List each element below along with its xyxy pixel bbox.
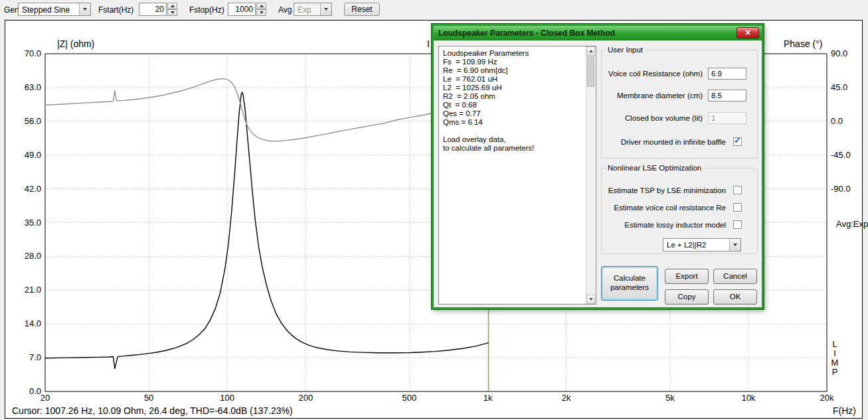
list-item: L2 = 1025.69 uH <box>443 84 582 92</box>
list-item: Re = 6.90 ohm[dc] <box>443 66 582 75</box>
limp-application-window: Gen Stepped Sine Fstart(Hz) Fstop(Hz) Av… <box>0 0 868 420</box>
estimate-re-label: Estimate voice coil resistance Re <box>602 201 726 214</box>
scroll-up-button[interactable] <box>586 46 595 56</box>
membrane-diameter-input[interactable] <box>708 90 746 102</box>
voice-coil-resistance-label: Voice coil Resistance (ohm) <box>602 67 703 80</box>
close-icon: ✕ <box>744 29 750 37</box>
y-left-tick-label: 63.0 <box>9 82 41 92</box>
spin-up-icon <box>260 5 264 7</box>
form-row: Voice coil Resistance (ohm) <box>602 67 757 80</box>
y-left-tick-label: 70.0 <box>9 48 41 58</box>
results-listbox[interactable]: Loudspeaker ParametersFs = 109.99 HzRe =… <box>438 46 596 305</box>
results-scrollbar[interactable] <box>586 46 596 304</box>
list-item <box>443 127 582 135</box>
dialog-body: Loudspeaker ParametersFs = 109.99 HzRe =… <box>434 40 762 307</box>
baffle-checkbox-label: Driver mounted in infinite baffle <box>602 135 726 149</box>
x-tick-label: 5k <box>654 393 686 403</box>
fstop-spin-up-button[interactable] <box>256 3 266 9</box>
estimate-lossy-inductor-label: Estimate lossy inductor model <box>602 218 726 232</box>
inductor-model-value: Le + L2||R2 <box>667 241 706 249</box>
y-left-tick-label: 14.0 <box>9 318 41 328</box>
x-tick-label: 10k <box>733 393 764 403</box>
fstop-label: Fstop(Hz) <box>189 5 224 15</box>
estimate-lossy-inductor-checkbox[interactable]: ✓ <box>733 220 742 229</box>
avg-select: Exp <box>294 3 332 16</box>
ok-button[interactable]: OK <box>713 289 757 305</box>
fstart-input[interactable] <box>139 3 167 16</box>
copy-button[interactable]: Copy <box>665 289 709 305</box>
spin-up-icon <box>171 5 175 7</box>
list-item: Loudspeaker Parameters <box>443 49 582 58</box>
chart-title-fragment: I <box>427 38 430 49</box>
scroll-down-icon <box>589 298 593 301</box>
x-tick-label: 2k <box>551 393 582 403</box>
avg-indicator: Avg:Exp <box>836 219 868 229</box>
form-row: Membrane diameter (cm) <box>602 89 757 102</box>
estimate-tsp-checkbox[interactable]: ✓ <box>733 186 742 194</box>
list-item: Fs = 109.99 Hz <box>443 58 582 66</box>
fstart-spin-up-button[interactable] <box>167 3 177 9</box>
x-tick-label: 50 <box>133 393 165 403</box>
loudspeaker-parameters-dialog: Loudspeaker Parameters - Closed Box Meth… <box>432 24 764 309</box>
y-right-axis-title: Phase (°) <box>784 38 823 49</box>
form-row: Estimate voice coil resistance Re ✓ <box>602 201 757 214</box>
inductor-model-select[interactable]: Le + L2||R2 <box>663 238 741 251</box>
dialog-title: Loudspeaker Parameters - Closed Box Meth… <box>438 29 615 38</box>
closed-box-volume-label: Closed box volume (lit) <box>602 111 703 125</box>
x-tick-label: 100 <box>211 393 243 403</box>
cursor-status-line: Cursor: 1007.26 Hz, 10.09 Ohm, 26.4 deg,… <box>12 405 293 416</box>
gen-label: Gen <box>4 5 19 15</box>
toolbar: Gen Stepped Sine Fstart(Hz) Fstop(Hz) Av… <box>0 0 868 19</box>
form-row: Estimate lossy inductor model ✓ <box>602 218 757 232</box>
limp-vertical-label: LIMP <box>830 340 839 377</box>
user-input-group-label: User Input <box>606 46 645 54</box>
cancel-button[interactable]: Cancel <box>713 269 757 284</box>
spin-down-icon <box>171 11 175 14</box>
x-tick-label: 1k <box>472 393 504 403</box>
y-right-tick-label: -45.0 <box>831 150 863 160</box>
y-right-tick-label: 90.0 <box>831 48 863 58</box>
x-tick-label: 500 <box>393 393 425 403</box>
list-item: M <box>830 358 839 368</box>
baffle-checkbox[interactable]: ✓ <box>733 137 742 146</box>
y-left-tick-label: 49.0 <box>9 150 41 160</box>
export-button[interactable]: Export <box>665 269 709 284</box>
user-input-group: User Input Voice coil Resistance (ohm) M… <box>601 46 758 159</box>
chevron-down-icon <box>83 8 87 11</box>
calculate-parameters-button[interactable]: Calculate parameters <box>601 266 658 301</box>
fstart-spin-down-button[interactable] <box>167 9 177 16</box>
chevron-down-icon <box>324 8 328 11</box>
list-item: Le = 762.01 uH <box>443 75 582 84</box>
form-row: Closed box volume (lit) <box>602 111 757 125</box>
scroll-down-button[interactable] <box>586 295 595 304</box>
list-item: Load overlay data, <box>443 135 582 144</box>
voice-coil-resistance-input[interactable] <box>708 68 746 80</box>
chevron-down-icon <box>733 244 737 246</box>
close-button[interactable]: ✕ <box>737 27 759 38</box>
y-left-tick-label: 21.0 <box>9 285 41 295</box>
y-left-axis-title: |Z| (ohm) <box>57 38 94 49</box>
scrollbar-thumb[interactable] <box>587 56 594 87</box>
fstop-input[interactable] <box>228 3 256 16</box>
y-left-tick-label: 42.0 <box>9 184 41 194</box>
reset-button[interactable]: Reset <box>344 3 380 16</box>
estimate-re-checkbox[interactable]: ✓ <box>733 203 742 212</box>
x-tick-label: 200 <box>290 393 321 403</box>
x-tick-label: 20k <box>811 393 843 403</box>
fstop-spin-down-button[interactable] <box>256 9 266 16</box>
lse-optimization-group: Nonlinear LSE Optimization Estimate TSP … <box>601 164 758 254</box>
list-item: L <box>830 340 839 349</box>
generator-select-arrow[interactable] <box>79 3 90 15</box>
y-right-tick-label: -90.0 <box>831 184 863 194</box>
y-right-tick-label: 45.0 <box>831 82 863 92</box>
spin-down-icon <box>260 11 264 14</box>
avg-select-arrow <box>320 3 331 15</box>
closed-box-volume-input <box>708 112 746 124</box>
y-left-tick-label: 7.0 <box>9 352 41 362</box>
dialog-titlebar[interactable]: Loudspeaker Parameters - Closed Box Meth… <box>434 26 762 40</box>
generator-select[interactable]: Stepped Sine <box>18 3 91 16</box>
form-row: Driver mounted in infinite baffle ✓ <box>602 135 757 149</box>
avg-select-value: Exp <box>298 5 311 15</box>
x-axis-title: F(Hz) <box>833 405 856 416</box>
inductor-model-arrow[interactable] <box>729 239 740 251</box>
